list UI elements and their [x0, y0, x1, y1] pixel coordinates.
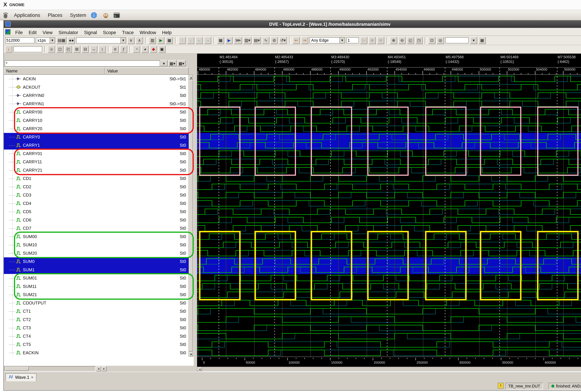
name-hscroll-thumb[interactable] [5, 367, 29, 371]
zoom-fit-icon[interactable]: ◱ [407, 37, 414, 44]
menu-help[interactable]: Help [159, 28, 174, 36]
scroll-thumb[interactable] [189, 80, 193, 351]
time-shift-icon[interactable]: ◔ [133, 46, 140, 53]
signal-row-sum10[interactable]: SUM10St0 [4, 241, 188, 249]
signal-row-cd6[interactable]: CD6St0 [4, 216, 188, 224]
wave-hscrollbar[interactable]: ◂ ▸ [197, 367, 581, 372]
find-binoculars-icon[interactable]: ●● [68, 37, 75, 44]
group-icon[interactable]: ◫ [56, 46, 64, 53]
signal-search-input[interactable] [5, 60, 160, 66]
signal-row-carry1[interactable]: CARRY1St0 [4, 141, 188, 149]
expand-rows-icon[interactable]: ↕ [99, 46, 106, 53]
signal-row-ct1[interactable]: CT1St0 [4, 307, 188, 315]
name-scroll-left-icon[interactable]: ◂ [96, 366, 101, 371]
signal-row-ct5[interactable]: CT5St0 [4, 340, 188, 349]
signal-row-sum1[interactable]: SUM1St0 [4, 266, 188, 274]
list-menu-icon[interactable]: ▥▾ [243, 37, 252, 44]
signal-row-carry11[interactable]: CARRY11St0 [4, 158, 188, 166]
options-icon[interactable]: ▣ [158, 46, 166, 53]
menu-signal[interactable]: Signal [81, 28, 100, 36]
signal-row-ct3[interactable]: CT3St0 [4, 324, 188, 332]
column-header-name[interactable]: Name [4, 68, 105, 75]
color-mode-icon[interactable]: ▩▾ [177, 60, 186, 66]
group-mode-icon[interactable]: ▦▾ [168, 60, 176, 66]
signal-list-vscrollbar[interactable]: ▲ ▼ [188, 75, 194, 357]
signal-row-carry01[interactable]: CARRY01St0 [4, 150, 188, 158]
signal-row-ackin[interactable]: ACKINSt0->St1 [4, 75, 188, 83]
expression-icon[interactable]: σ [112, 46, 119, 53]
signal-row-carry00[interactable]: CARRY00St0 [4, 108, 188, 116]
signal-row-cd1[interactable]: CD1St0 [4, 174, 188, 183]
time-align-icon[interactable]: ◕ [142, 46, 148, 53]
run-fast-icon[interactable]: ⋙ [234, 37, 242, 44]
signal-row-cd3[interactable]: CD3St0 [4, 191, 188, 199]
gnome-menu-places[interactable]: Places [44, 10, 66, 20]
next-edge-icon[interactable]: ⇒ [301, 37, 308, 44]
signal-row-ackout[interactable]: ACKOUTSt1 [4, 83, 188, 91]
layout-icon[interactable]: ▦ [478, 37, 486, 44]
zoom-cursor-icon[interactable]: ◎ [437, 37, 444, 44]
edge-count-input[interactable] [346, 37, 359, 43]
scope-cell[interactable]: TB_new_tmr.DUT [505, 383, 543, 390]
signal-row-carry0[interactable]: CARRY0St0 [4, 133, 188, 141]
window-titlebar[interactable]: DVE - TopLevel.2 - [Wave.1] /home/balasu… [4, 21, 581, 28]
gnome-menu-applications[interactable]: Applications [10, 10, 44, 20]
gnome-menu-system[interactable]: System [66, 10, 90, 20]
signal-row-cd7[interactable]: CD7St0 [4, 224, 188, 232]
menu-file[interactable]: File [12, 28, 26, 36]
time-value-input[interactable] [5, 37, 34, 43]
menu-view[interactable]: View [40, 28, 56, 36]
expand-time-icon[interactable]: ↔ [90, 46, 98, 53]
run-icon[interactable]: ▶ [226, 37, 233, 44]
zoom-in-icon[interactable]: ⊕ [390, 37, 397, 44]
wave-view-icon[interactable]: ▦ [217, 37, 224, 44]
waveform-canvas[interactable] [197, 54, 581, 367]
new-group-icon[interactable]: ◰ [65, 46, 72, 53]
gnome-foot-icon[interactable] [2, 12, 8, 20]
schematic-menu-icon[interactable]: ▤▾ [253, 37, 261, 44]
reload-databases-icon[interactable]: ▤▦ [56, 37, 66, 44]
tab-wave1[interactable]: Wave.1 × [6, 373, 36, 381]
menu-trace[interactable]: Trace [119, 28, 137, 36]
menu-simulator[interactable]: Simulator [56, 28, 81, 36]
signal-row-sum21[interactable]: SUM21St0 [4, 291, 188, 299]
signal-row-sum11[interactable]: SUM11St0 [4, 282, 188, 291]
grid-icon[interactable]: ▦ [166, 37, 173, 44]
collapse-icon[interactable]: ⊟ [82, 46, 89, 53]
browser-icon[interactable] [90, 12, 97, 20]
menu-scope[interactable]: Scope [100, 28, 119, 36]
terminal-icon[interactable] [113, 12, 120, 20]
signal-row-ct4[interactable]: CT4St0 [4, 332, 188, 340]
edge-type-select[interactable]: Any Edge▼ [310, 37, 345, 44]
search-prev-icon[interactable]: ∧ [136, 37, 143, 44]
zoom-out-icon[interactable]: ⊖ [398, 37, 406, 44]
scroll-down-icon[interactable]: ▼ [189, 352, 193, 357]
add-signal-icon[interactable]: ↓ [5, 46, 12, 53]
signal-row-carryin1[interactable]: CARRYIN1St0->St1 [4, 100, 188, 108]
signal-row-cd2[interactable]: CD2St0 [4, 183, 188, 191]
signal-row-carry20[interactable]: CARRY20St0 [4, 125, 188, 133]
signal-row-sum00[interactable]: SUM00St0 [4, 232, 188, 241]
panel-splitter[interactable] [194, 54, 197, 372]
signal-row-sum0[interactable]: SUM0St0 [4, 257, 188, 266]
scroll-up-icon[interactable]: ▲ [189, 75, 193, 80]
history-menu-icon[interactable]: ↺▾ [279, 37, 287, 44]
expand-icon[interactable]: ⊞ [73, 46, 80, 53]
signal-row-carry21[interactable]: CARRY21St0 [4, 166, 188, 174]
search-combo[interactable]: ▼ [76, 37, 126, 44]
signal-row-cd4[interactable]: CD4St0 [4, 199, 188, 207]
signal-row-sum20[interactable]: SUM20St0 [4, 249, 188, 257]
bookmark-icon[interactable]: ◆ [150, 46, 157, 53]
signal-row-carryin0[interactable]: CARRYIN0St0 [4, 91, 188, 100]
prev-edge-icon[interactable]: ⇐ [293, 37, 300, 44]
column-header-value[interactable]: Value [105, 68, 188, 75]
tab-close-icon[interactable]: × [31, 375, 34, 380]
zoom-value-input[interactable] [445, 37, 469, 43]
edge-type-select-arrow-icon[interactable]: ▼ [339, 38, 345, 43]
signal-row-eackin[interactable]: EACKINSt0 [4, 349, 188, 357]
stop-icon[interactable]: ⊘ [271, 37, 278, 44]
signal-row-cdoutput[interactable]: CDOUTPUTSt0 [4, 299, 188, 307]
signal-row-sum01[interactable]: SUM01St0 [4, 274, 188, 282]
play-icon[interactable]: ▶ [157, 37, 164, 44]
search-next-icon[interactable]: ∨ [128, 37, 135, 44]
